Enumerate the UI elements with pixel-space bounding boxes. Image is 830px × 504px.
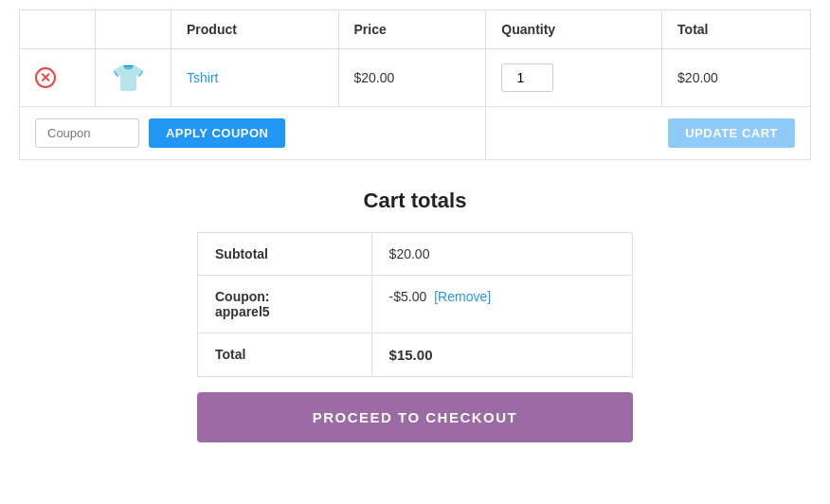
- coupon-code: apparel5: [215, 304, 270, 319]
- cart-table: Product Price Quantity Total ✕ 👕 Tshirt …: [19, 9, 811, 160]
- col-product-header: Product: [171, 10, 339, 49]
- col-price-header: Price: [338, 10, 486, 49]
- coupon-discount-cell: -$5.00 [Remove]: [371, 276, 632, 333]
- update-cart-cell: UPDATE CART: [486, 107, 811, 160]
- total-value: $15.00: [371, 333, 632, 377]
- total-label: Total: [198, 333, 372, 377]
- product-image: 👕: [111, 61, 145, 95]
- proceed-to-checkout-button[interactable]: PROCEED TO CHECKOUT: [197, 392, 633, 442]
- col-image-header: [96, 10, 171, 49]
- quantity-input[interactable]: [501, 63, 553, 92]
- product-name-cell: Tshirt: [171, 49, 339, 107]
- totals-table: Subtotal $20.00 Coupon: apparel5 -$5.00 …: [197, 232, 633, 377]
- table-row: ✕ 👕 Tshirt $20.00 $20.00: [20, 49, 811, 107]
- update-cart-button[interactable]: UPDATE CART: [668, 118, 795, 148]
- product-price-cell: $20.00: [338, 49, 486, 107]
- col-total-header: Total: [662, 10, 811, 49]
- cart-totals-section: Cart totals Subtotal $20.00 Coupon: appa…: [197, 189, 633, 442]
- col-quantity-header: Quantity: [486, 10, 662, 49]
- product-quantity-cell: [486, 49, 662, 107]
- coupon-label: Coupon:: [215, 289, 270, 304]
- remove-cell: ✕: [20, 49, 96, 107]
- coupon-discount-row: Coupon: apparel5 -$5.00 [Remove]: [198, 276, 633, 333]
- coupon-row: APPLY COUPON UPDATE CART: [20, 107, 811, 160]
- coupon-discount-value: -$5.00: [389, 289, 427, 304]
- subtotal-row: Subtotal $20.00: [198, 233, 633, 276]
- cart-totals-title: Cart totals: [197, 189, 633, 213]
- apply-coupon-button[interactable]: APPLY COUPON: [149, 118, 286, 148]
- coupon-input[interactable]: [35, 118, 139, 148]
- remove-coupon-link[interactable]: [Remove]: [434, 289, 491, 304]
- product-image-cell: 👕: [96, 49, 171, 107]
- remove-item-button[interactable]: ✕: [35, 67, 56, 88]
- col-remove-header: [20, 10, 96, 49]
- subtotal-label: Subtotal: [198, 233, 372, 276]
- subtotal-value: $20.00: [371, 233, 632, 276]
- product-link[interactable]: Tshirt: [187, 70, 218, 85]
- coupon-cell: APPLY COUPON: [20, 107, 486, 160]
- coupon-label-cell: Coupon: apparel5: [198, 276, 372, 333]
- product-total-cell: $20.00: [662, 49, 811, 107]
- total-row: Total $15.00: [198, 333, 633, 377]
- total-amount: $15.00: [389, 347, 433, 363]
